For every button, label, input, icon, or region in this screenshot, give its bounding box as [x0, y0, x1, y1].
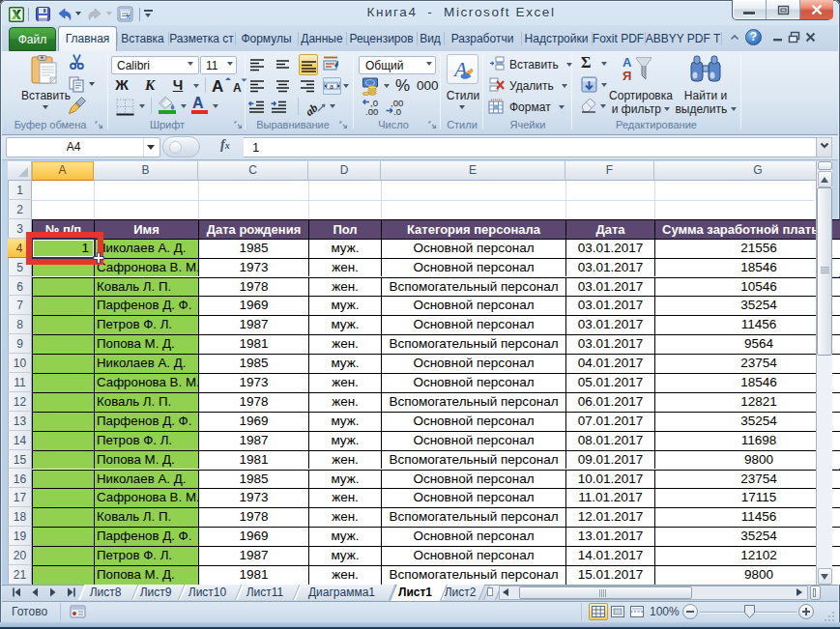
svg-text:А: А	[623, 55, 632, 70]
svg-text:,0: ,0	[393, 106, 401, 116]
svg-text:a: a	[330, 83, 333, 90]
svg-text:A: A	[192, 95, 204, 111]
svg-text:Я: Я	[623, 69, 631, 83]
svg-text:,00: ,00	[365, 106, 378, 116]
svg-text:A: A	[212, 77, 223, 94]
svg-text:ab: ab	[306, 100, 320, 116]
svg-text:A: A	[233, 81, 242, 94]
